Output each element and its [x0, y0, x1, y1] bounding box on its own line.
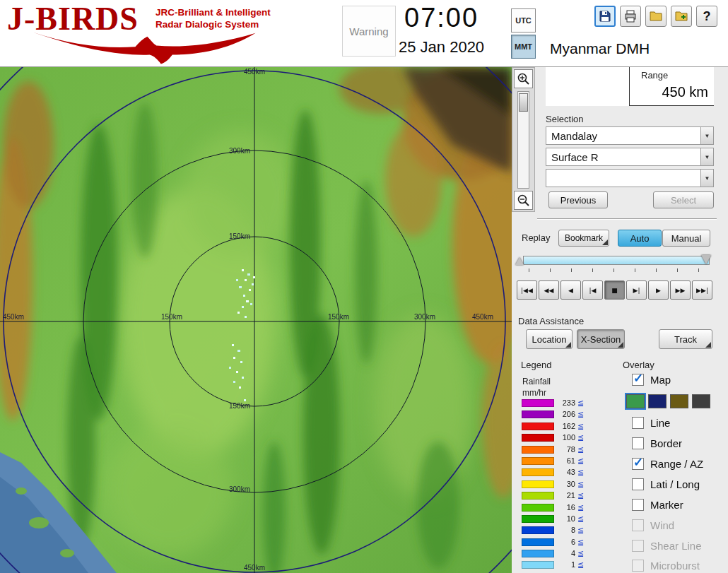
- x-section-button[interactable]: X-Section: [577, 329, 625, 349]
- legend-value: 6: [558, 538, 575, 546]
- track-button[interactable]: Track: [659, 329, 712, 349]
- checkbox-lati-long[interactable]: ✓: [632, 478, 644, 490]
- legend-value: 4: [558, 550, 575, 557]
- bookmark-button[interactable]: Bookmark: [558, 230, 609, 247]
- check-icon: ✓: [633, 371, 643, 386]
- zoom-in-button[interactable]: [514, 69, 533, 88]
- slider-thumb[interactable]: [701, 255, 711, 264]
- play-reverse-button[interactable]: ◀: [560, 280, 581, 300]
- checkbox-border[interactable]: ✓: [632, 437, 644, 449]
- legend-value: 61: [558, 457, 575, 465]
- range-section: Range 450 km: [629, 67, 714, 106]
- utc-button[interactable]: UTC: [511, 8, 536, 33]
- skip-start-button[interactable]: |◀◀: [517, 280, 537, 300]
- range-label: 150km: [328, 313, 349, 321]
- map-style-green[interactable]: [626, 394, 645, 408]
- step-forward-button[interactable]: ▶|: [626, 280, 647, 300]
- skip-end-button[interactable]: ▶▶|: [692, 280, 712, 300]
- auto-button[interactable]: Auto: [618, 230, 662, 247]
- product-dropdown[interactable]: Surface R ▼: [546, 148, 714, 166]
- help-button[interactable]: ?: [696, 6, 717, 27]
- legend-swatch: [522, 457, 554, 465]
- legend-swatch: [522, 423, 554, 430]
- legend-row: 8≦: [522, 526, 584, 534]
- legend-row: 21≦: [522, 492, 584, 500]
- select-button[interactable]: Select: [653, 191, 714, 208]
- legend-value: 206: [558, 410, 575, 418]
- play-button[interactable]: ▶: [648, 280, 669, 300]
- product-dropdown-value: Surface R: [546, 148, 700, 165]
- slider-ticks: [529, 268, 707, 272]
- legend-value: 30: [558, 480, 575, 488]
- checkbox-wind: ✓: [632, 519, 644, 531]
- chevron-down-icon: ▼: [705, 154, 710, 160]
- legend-op: ≦: [577, 399, 584, 407]
- legend-swatch: [522, 561, 554, 569]
- step-back-button[interactable]: |◀: [582, 280, 603, 300]
- site-title: Myanmar DMH: [550, 40, 650, 57]
- zoom-controls: [512, 67, 535, 212]
- legend-swatch: [522, 399, 554, 407]
- selection-label: Selection: [546, 114, 583, 124]
- fast-forward-button[interactable]: ▶▶: [670, 280, 691, 300]
- zoom-out-button[interactable]: [514, 191, 533, 210]
- map-style-gray[interactable]: [692, 394, 710, 408]
- legend-op: ≦: [577, 423, 584, 430]
- legend-op: ≦: [577, 457, 584, 465]
- divider: [537, 218, 717, 220]
- legend-op: ≦: [577, 446, 584, 454]
- checkbox-map[interactable]: ✓: [632, 374, 644, 386]
- legend-swatch: [522, 468, 554, 476]
- fast-rewind-button[interactable]: ◀◀: [539, 280, 559, 300]
- legend-op: ≦: [577, 468, 584, 476]
- manual-button[interactable]: Manual: [662, 230, 710, 247]
- jbirds-app: J-BIRDS JRC-Brilliant & Intelligent Rada…: [0, 0, 728, 573]
- legend-value: 10: [558, 515, 575, 523]
- site-dropdown[interactable]: Mandalay ▼: [546, 126, 714, 145]
- check-icon: ✓: [633, 455, 643, 470]
- chevron-down-icon: ▼: [705, 133, 710, 139]
- export-button[interactable]: [671, 6, 692, 27]
- range-label: 450km: [472, 313, 493, 321]
- mmt-button[interactable]: MMT: [511, 35, 536, 59]
- option-dropdown-arrow-button[interactable]: ▼: [700, 170, 713, 187]
- legend-value: 16: [558, 504, 575, 512]
- open-file-button[interactable]: [645, 6, 667, 27]
- range-label: 450km: [244, 564, 265, 572]
- zoom-slider[interactable]: [517, 91, 529, 189]
- range-display: Range 450 km: [546, 67, 714, 106]
- control-panel: Range 450 km Selection Mandalay ▼ Surfac…: [512, 67, 728, 573]
- stop-button[interactable]: ■: [604, 280, 625, 300]
- legend-op: ≦: [577, 561, 584, 569]
- map-style-swatches: [626, 394, 710, 408]
- checkbox-line[interactable]: ✓: [632, 417, 644, 429]
- option-dropdown[interactable]: ▼: [546, 169, 714, 187]
- product-dropdown-arrow-button[interactable]: ▼: [700, 148, 713, 165]
- help-icon: ?: [703, 9, 711, 24]
- range-label: 450km: [3, 313, 24, 321]
- radar-map[interactable]: 450km 300km 150km 150km 300km 450km 450k…: [0, 67, 512, 573]
- checkbox-marker[interactable]: ✓: [632, 499, 644, 511]
- legend-row: 30≦: [522, 480, 584, 488]
- zoom-slider-thumb[interactable]: [519, 93, 528, 112]
- warning-indicator: Warning: [342, 6, 396, 57]
- legend-row: 4≦: [522, 550, 584, 557]
- previous-button[interactable]: Previous: [548, 191, 608, 208]
- print-button[interactable]: [620, 6, 641, 27]
- legend-swatch: [522, 504, 554, 512]
- checkbox-range-az[interactable]: ✓: [632, 458, 644, 470]
- save-button[interactable]: [594, 6, 616, 27]
- map-style-olive[interactable]: [670, 394, 688, 408]
- printer-icon: [623, 9, 638, 23]
- legend-value: 233: [558, 399, 575, 407]
- location-button[interactable]: Location: [526, 329, 573, 349]
- map-style-navy[interactable]: [648, 394, 667, 408]
- folder-plus-icon: [674, 9, 688, 23]
- slider-start-marker: [515, 257, 524, 265]
- folder-icon: [649, 9, 663, 23]
- legend-swatch: [522, 410, 554, 418]
- overlay-item-label: Map: [650, 374, 671, 386]
- site-dropdown-arrow-button[interactable]: ▼: [700, 127, 713, 144]
- legend-row: 233≦: [522, 399, 584, 407]
- time-slider[interactable]: [523, 256, 710, 265]
